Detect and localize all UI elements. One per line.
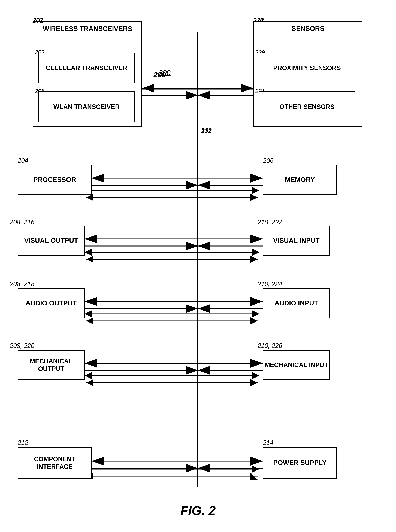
other-sensors-box: OTHER SENSORS <box>259 91 355 122</box>
figure-label: FIG. 2 <box>163 503 233 518</box>
ref-214-label: 214 <box>263 439 274 446</box>
svg-marker-21 <box>85 310 92 317</box>
ref-206-label: 206 <box>263 157 274 164</box>
ref-208-218-label: 208, 218 <box>10 280 34 288</box>
component-interface-box: COMPONENT INTERFACE <box>18 447 92 479</box>
ref-204-label: 204 <box>18 157 28 164</box>
svg-marker-42 <box>250 473 257 480</box>
sensors-outer: SENSORS 229 PROXIMITY SENSORS 231 OTHER … <box>253 21 362 127</box>
mechanical-input-box: MECHANICAL INPUT <box>263 350 330 380</box>
sensors-label: SENSORS <box>257 25 359 32</box>
svg-marker-29 <box>85 372 92 379</box>
svg-marker-13 <box>85 249 92 256</box>
ref-232: 232 <box>201 128 211 135</box>
svg-marker-17 <box>87 256 93 263</box>
power-supply-box: POWER SUPPLY <box>263 447 337 479</box>
ref-210-226-label: 210, 226 <box>257 342 282 349</box>
processor-box: PROCESSOR <box>18 165 92 195</box>
svg-marker-6 <box>252 187 259 194</box>
svg-marker-25 <box>87 317 93 324</box>
svg-marker-30 <box>252 372 259 379</box>
svg-marker-9 <box>87 194 93 201</box>
memory-box: MEMORY <box>263 165 337 195</box>
visual-input-box: VISUAL INPUT <box>263 226 330 256</box>
cellular-transceiver-box: CELLULAR TRANSCEIVER <box>38 52 134 83</box>
wlan-transceiver-box: WLAN TRANSCEIVER <box>38 91 134 122</box>
ref-210-222-label: 210, 222 <box>257 219 282 226</box>
ref-200: 200 <box>153 70 166 79</box>
audio-input-box: AUDIO INPUT <box>263 288 330 318</box>
visual-output-box: VISUAL OUTPUT <box>18 226 85 256</box>
svg-marker-26 <box>250 317 257 324</box>
ref-202-final: 202 <box>33 17 43 24</box>
svg-marker-10 <box>250 194 257 201</box>
proximity-sensors-box: PROXIMITY SENSORS <box>259 52 355 83</box>
wireless-transceivers-label: WIRELESS TRANSCEIVERS <box>36 25 139 33</box>
svg-marker-34 <box>250 379 257 386</box>
svg-marker-38 <box>252 466 259 473</box>
diagram: 202 WIRELESS TRANSCEIVERS 203 CELLULAR T… <box>0 0 396 532</box>
svg-marker-14 <box>252 249 259 256</box>
svg-marker-33 <box>87 379 93 386</box>
ref-208-216-label: 208, 216 <box>10 219 34 226</box>
audio-output-box: AUDIO OUTPUT <box>18 288 85 318</box>
svg-marker-22 <box>252 310 259 317</box>
ref-208-220-label: 208, 220 <box>10 342 34 349</box>
svg-marker-18 <box>250 256 257 263</box>
ref-212-label: 212 <box>18 439 28 446</box>
ref-210-224-label: 210, 224 <box>257 280 282 288</box>
wireless-transceivers-outer: WIRELESS TRANSCEIVERS 203 CELLULAR TRANS… <box>33 21 142 127</box>
ref-228-final: 228 <box>253 17 263 24</box>
mechanical-output-box: MECHANICAL OUTPUT <box>18 350 85 380</box>
